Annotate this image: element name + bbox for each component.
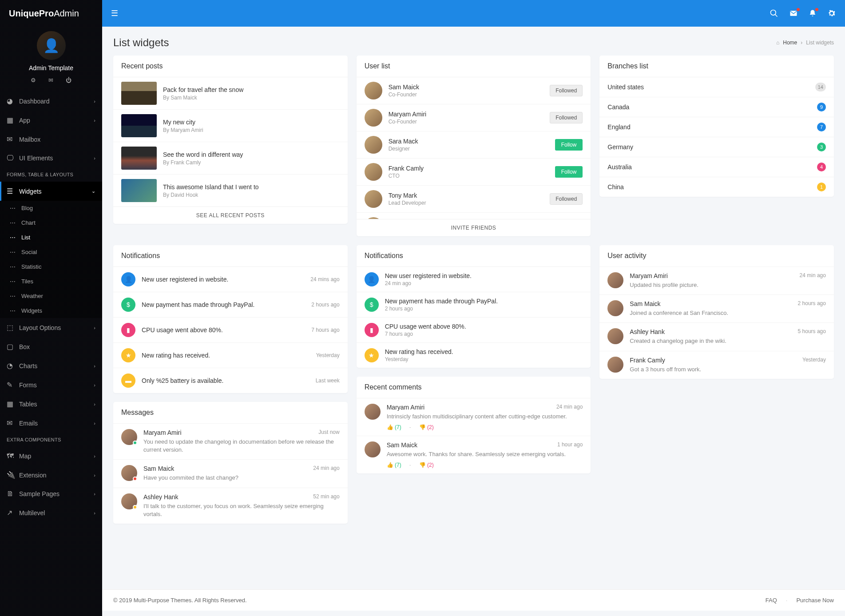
branch-item[interactable]: Germany 3 bbox=[599, 137, 834, 157]
mail-icon[interactable] bbox=[789, 9, 798, 18]
follow-button[interactable]: Followed bbox=[550, 85, 583, 96]
sidebar-item-extension[interactable]: 🔌Extension› bbox=[0, 465, 102, 485]
user-item: Sam Maick Co-Founder Followed bbox=[357, 77, 591, 104]
branch-item[interactable]: United states 14 bbox=[599, 77, 834, 97]
post-item[interactable]: My new city By Maryam Amiri bbox=[113, 109, 348, 142]
notification-item[interactable]: 👤 New user registered in website. 24 min… bbox=[113, 266, 348, 292]
brand-logo[interactable]: UniquePro Admin bbox=[0, 0, 102, 27]
box-title: Notifications bbox=[113, 245, 348, 266]
user-avatar[interactable] bbox=[365, 190, 382, 208]
sidebar-sub-statistic[interactable]: ⋯Statistic bbox=[0, 259, 102, 274]
svg-rect-2 bbox=[790, 11, 797, 16]
follow-button[interactable]: Follow bbox=[555, 166, 583, 178]
hamburger-icon[interactable]: ☰ bbox=[111, 8, 118, 18]
main-content: List widgets ⌂ Home › List widgets Recen… bbox=[102, 0, 845, 589]
like-button[interactable]: 👍 (7) bbox=[387, 462, 401, 468]
sidebar-item-layout[interactable]: ⬚Layout Options› bbox=[0, 318, 102, 337]
message-item[interactable]: Maryam Amiri Just now You need to update… bbox=[113, 423, 348, 459]
notification-item[interactable]: ★ New rating has received. Yesterday bbox=[113, 342, 348, 368]
follow-button[interactable]: Followed bbox=[550, 112, 583, 123]
activity-item[interactable]: Frank Camly Yesterday Got a 3 hours off … bbox=[599, 351, 834, 379]
notification-icon: $ bbox=[365, 298, 379, 312]
message-item[interactable]: Sam Maick 24 min ago Have you commited t… bbox=[113, 459, 348, 487]
activity-item[interactable]: Sam Maick 2 hours ago Joined a conferenc… bbox=[599, 294, 834, 322]
sidebar-item-charts[interactable]: ◔Charts› bbox=[0, 356, 102, 375]
user-item: Tony Mark Lead Developer Followed bbox=[357, 185, 591, 212]
notification-item[interactable]: ★ New rating has received. Yesterday bbox=[357, 342, 591, 368]
sidebar-sub-social[interactable]: ⋯Social bbox=[0, 245, 102, 259]
sidebar-item-mailbox[interactable]: ✉Mailbox bbox=[0, 130, 102, 149]
dislike-button[interactable]: 👎 (2) bbox=[419, 462, 434, 468]
post-item[interactable]: See the word in different way By Frank C… bbox=[113, 142, 348, 174]
message-time: 24 min ago bbox=[313, 465, 339, 472]
user-avatar[interactable] bbox=[365, 82, 382, 99]
see-all-link[interactable]: SEE ALL RECENT POSTS bbox=[196, 212, 265, 219]
sidebar-sub-list[interactable]: ⋯List bbox=[0, 230, 102, 245]
user-avatar[interactable] bbox=[365, 163, 382, 181]
notifications-box-1: Notifications 👤 New user registered in w… bbox=[113, 245, 348, 393]
notification-item[interactable]: ▮ CPU usage went above 80%. 7 hours ago bbox=[113, 317, 348, 342]
notification-item[interactable]: ▮ CPU usage went above 80%. 7 hours ago bbox=[357, 317, 591, 342]
sidebar-sub-chart[interactable]: ⋯Chart bbox=[0, 215, 102, 230]
sidebar-sub-widgets[interactable]: ⋯Widgets bbox=[0, 303, 102, 318]
plug-icon: 🔌 bbox=[7, 471, 19, 479]
notification-text: New rating has received. bbox=[385, 348, 583, 355]
branch-item[interactable]: China 1 bbox=[599, 177, 834, 197]
post-author: By Frank Camly bbox=[163, 159, 243, 166]
notification-item[interactable]: $ New payment has made through PayPal. 2… bbox=[113, 292, 348, 317]
sidebar-item-box[interactable]: ▢Box bbox=[0, 337, 102, 356]
user-name: Sara Mack bbox=[389, 138, 418, 145]
notification-item[interactable]: $ New payment has made through PayPal. 2… bbox=[357, 292, 591, 317]
gear-icon[interactable] bbox=[827, 9, 836, 18]
branch-item[interactable]: Canada 9 bbox=[599, 97, 834, 117]
sidebar-item-ui-elements[interactable]: 🖵UI Elements› bbox=[0, 149, 102, 167]
box-title: Recent comments bbox=[357, 377, 591, 398]
sidebar-item-emails[interactable]: ✉Emails› bbox=[0, 413, 102, 433]
dislike-button[interactable]: 👎 (2) bbox=[419, 424, 434, 430]
badge-dot bbox=[815, 8, 818, 11]
invite-friends-link[interactable]: INVITE FRIENDS bbox=[451, 225, 496, 231]
post-item[interactable]: This awesome Island that I went to By Da… bbox=[113, 174, 348, 207]
branch-item[interactable]: England 7 bbox=[599, 117, 834, 137]
branch-item[interactable]: Australia 4 bbox=[599, 157, 834, 177]
message-text: You need to update the changelog in docu… bbox=[143, 438, 340, 454]
user-role: Lead Developer bbox=[389, 200, 426, 206]
branch-name: Germany bbox=[607, 143, 633, 151]
sidebar-item-app[interactable]: ▦App› bbox=[0, 111, 102, 130]
follow-button[interactable]: Followed bbox=[550, 193, 583, 205]
activity-item[interactable]: Maryam Amiri 24 min ago Updated his prof… bbox=[599, 266, 834, 294]
message-item[interactable]: Ashley Hank 52 min ago I'll talk to the … bbox=[113, 488, 348, 524]
breadcrumb-home[interactable]: Home bbox=[783, 40, 797, 46]
user-avatar[interactable]: 👤 bbox=[37, 31, 66, 60]
user-item: Maryam Amiri Co-Founder Followed bbox=[357, 104, 591, 131]
user-avatar[interactable] bbox=[365, 136, 382, 154]
box-title: Notifications bbox=[357, 245, 591, 266]
faq-link[interactable]: FAQ bbox=[766, 597, 777, 604]
sidebar-sub-weather[interactable]: ⋯Weather bbox=[0, 289, 102, 303]
power-icon[interactable]: ⏻ bbox=[66, 77, 71, 83]
search-icon[interactable] bbox=[770, 9, 778, 18]
comment-avatar[interactable] bbox=[365, 404, 381, 420]
notification-item[interactable]: ▬ Only %25 battery is available. Last we… bbox=[113, 368, 348, 393]
sidebar-sub-tiles[interactable]: ⋯Tiles bbox=[0, 274, 102, 289]
gear-icon[interactable]: ⚙ bbox=[31, 77, 36, 83]
comment-avatar[interactable] bbox=[365, 441, 381, 457]
mail-icon[interactable]: ✉ bbox=[48, 77, 53, 83]
sidebar-sub-blog[interactable]: ⋯Blog bbox=[0, 201, 102, 215]
user-avatar[interactable] bbox=[365, 109, 382, 127]
notification-item[interactable]: 👤 New user registered in website. 24 min… bbox=[357, 266, 591, 292]
sidebar-item-samples[interactable]: 🗎Sample Pages› bbox=[0, 485, 102, 503]
sidebar-item-multilevel[interactable]: ↗Multilevel› bbox=[0, 503, 102, 522]
like-button[interactable]: 👍 (7) bbox=[387, 424, 401, 430]
sidebar-item-forms[interactable]: ✎Forms› bbox=[0, 375, 102, 394]
sidebar-item-tables[interactable]: ▦Tables› bbox=[0, 394, 102, 413]
sidebar-item-widgets[interactable]: ☰Widgets⌄ bbox=[0, 182, 102, 201]
user-avatar[interactable] bbox=[365, 217, 382, 219]
bell-icon[interactable] bbox=[809, 9, 817, 18]
purchase-link[interactable]: Purchase Now bbox=[796, 597, 834, 604]
follow-button[interactable]: Follow bbox=[555, 139, 583, 151]
activity-item[interactable]: Ashley Hank 5 hours ago Created a change… bbox=[599, 322, 834, 350]
sidebar-item-map[interactable]: 🗺Map› bbox=[0, 447, 102, 465]
sidebar-item-dashboard[interactable]: ◕Dashboard› bbox=[0, 91, 102, 111]
post-item[interactable]: Pack for travel after the snow By Sam Ma… bbox=[113, 77, 348, 109]
